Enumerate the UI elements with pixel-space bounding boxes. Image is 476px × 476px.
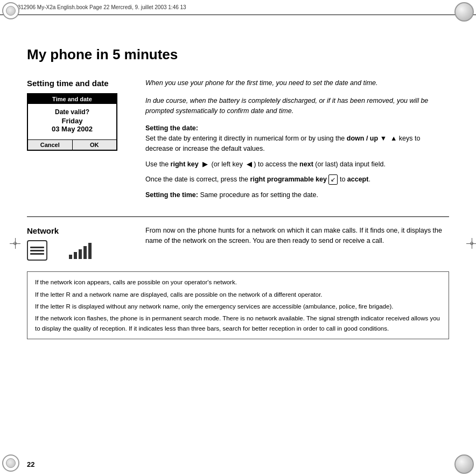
- network-right-col: From now on the phone hunts for a networ…: [135, 226, 449, 261]
- right-column: When you use your phone for the first ti…: [135, 78, 449, 206]
- corner-decoration-tl: [2, 2, 22, 22]
- key-icon: ↙: [328, 174, 338, 185]
- corner-circle-tl: [2, 2, 19, 19]
- page: 251312906 My-X2a English.book Page 22 Me…: [0, 0, 476, 476]
- phone-screen-label: Date valid?: [33, 108, 111, 116]
- network-section: Network: [27, 226, 449, 261]
- left-column: Setting time and date Time and date Date…: [27, 78, 135, 206]
- page-header: 251312906 My-X2a English.book Page 22 Me…: [0, 0, 476, 15]
- signal-bar-4: [83, 246, 87, 259]
- phone-screen-widget: Time and date Date valid? Friday 03 May …: [27, 93, 117, 151]
- corner-decoration-bl: [2, 454, 22, 474]
- intro-text-2: In due course, when the battery is compl…: [145, 96, 449, 116]
- info-line-4: If the network icon flashes, the phone i…: [35, 313, 441, 333]
- signal-bar-5: [88, 243, 92, 259]
- signal-bar-2: [74, 252, 77, 259]
- phone-screen-body: Date valid? Friday 03 May 2002: [28, 104, 116, 139]
- cancel-btn[interactable]: Cancel: [28, 140, 73, 150]
- info-line-2: If the letter R and a network name are d…: [35, 290, 441, 299]
- corner-decoration-br: [454, 454, 474, 474]
- network-two-col: Network: [27, 226, 449, 261]
- ok-btn[interactable]: OK: [73, 140, 117, 150]
- corner-decoration-tr: [454, 2, 474, 22]
- network-heading: Network: [27, 226, 135, 236]
- setting-time-date-heading: Setting time and date: [27, 78, 135, 89]
- down-up-arrows: ▼ ▲: [380, 135, 397, 142]
- phone-screen-day: Friday: [33, 117, 111, 125]
- signal-icon: [69, 242, 92, 259]
- info-line-3: If the letter R is displayed without any…: [35, 302, 441, 311]
- network-left-col: Network: [27, 226, 135, 261]
- setting-date-text: Set the date by entering it directly in …: [145, 135, 420, 152]
- page-title: My phone in 5 minutes: [27, 46, 449, 63]
- section-divider: [27, 216, 449, 217]
- right-key-text: Use the right key ▶ (or left key ◀ ) to …: [145, 159, 449, 170]
- info-box: If the network icon appears, calls are p…: [27, 271, 449, 339]
- phone-screen-buttons: Cancel OK: [28, 139, 116, 150]
- setting-date-label: Setting the date:: [145, 124, 198, 132]
- setting-date-para: Setting the date: Set the date by enteri…: [145, 123, 449, 153]
- corner-circle-tr: [454, 2, 474, 22]
- phone-screen-title: Time and date: [28, 94, 116, 104]
- header-text: 251312906 My-X2a English.book Page 22 Me…: [9, 4, 186, 10]
- corner-circle-bl: [2, 454, 19, 472]
- signal-bar-3: [79, 249, 82, 259]
- setting-time-date-section: Setting time and date Time and date Date…: [27, 78, 449, 206]
- page-number: 22: [27, 460, 34, 468]
- intro-text-1: When you use your phone for the first ti…: [145, 78, 449, 88]
- setting-time-text: Same procedure as for setting the date.: [200, 191, 318, 199]
- network-text: From now on the phone hunts for a networ…: [145, 226, 449, 246]
- accept-text: Once the date is correct, press the righ…: [145, 174, 449, 185]
- menu-icon: [27, 240, 47, 261]
- phone-screen-date: 03 May 2002: [33, 125, 111, 133]
- setting-time-label: Setting the time:: [145, 191, 198, 199]
- info-line-1: If the network icon appears, calls are p…: [35, 277, 441, 287]
- corner-circle-br: [454, 454, 474, 474]
- network-icons-row: [27, 240, 135, 261]
- content-area: My phone in 5 minutes Setting time and d…: [0, 30, 476, 372]
- signal-bar-1: [69, 255, 72, 259]
- setting-time-para: Setting the time: Same procedure as for …: [145, 190, 449, 200]
